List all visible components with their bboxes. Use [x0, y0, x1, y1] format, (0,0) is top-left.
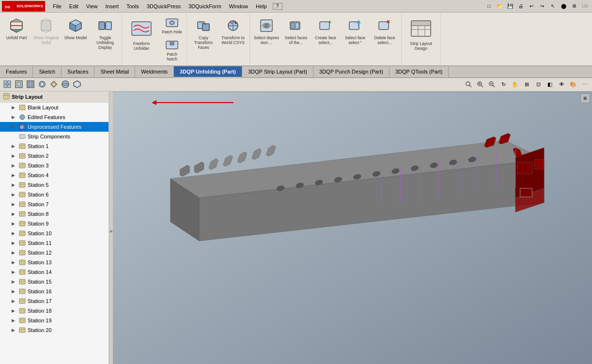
iconbar-btn-4[interactable] [37, 79, 47, 90]
tab-sketch[interactable]: Sketch [33, 66, 62, 77]
zoom-btn[interactable]: ⬤ [559, 1, 568, 11]
print-btn[interactable]: 🖨 [516, 1, 526, 11]
select-btn[interactable]: ↖ [548, 1, 558, 11]
select-depression-button[interactable]: Select depres sion ... [252, 15, 281, 53]
tree-item-station-11[interactable]: ▶ Station 11 [0, 238, 109, 248]
tree-item-station-16[interactable]: ▶ Station 16 [0, 287, 109, 296]
tree-item-station-15[interactable]: ▶ Station 15 [0, 277, 109, 287]
tree-item-station-1[interactable]: ▶ Station 1 [0, 141, 109, 151]
search-icon[interactable]: ? [273, 3, 282, 10]
save-btn[interactable]: 💾 [505, 1, 515, 11]
svg-rect-85 [19, 212, 25, 216]
tree-item-station-20[interactable]: ▶ Station 20 [0, 325, 109, 335]
iconbar-btn-1[interactable] [2, 79, 13, 90]
tree-item-station-7[interactable]: ▶ Station 7 [0, 199, 109, 209]
tab-weldments[interactable]: Weldments [135, 66, 174, 77]
open-btn[interactable]: 📂 [495, 1, 504, 11]
transform-to-world-button[interactable]: Transform to World CSYS [218, 15, 248, 53]
svg-rect-107 [19, 318, 25, 323]
appearance-btn[interactable]: 🎨 [568, 79, 578, 90]
iconbar-btn-2[interactable] [14, 79, 24, 90]
tab-3dqp-qtools[interactable]: 3DQP QTools (Part) [389, 66, 449, 77]
svg-rect-37 [8, 85, 11, 88]
zoom-in-btn[interactable] [475, 79, 485, 90]
unfold-part-button[interactable]: Unfold Part [2, 15, 31, 53]
tree-item-station-18[interactable]: ▶ Station 18 [0, 306, 109, 316]
menu-help[interactable]: Help [252, 2, 271, 10]
menu-3dquickform[interactable]: 3DQuickForm [185, 2, 225, 10]
menu-tools[interactable]: Tools [123, 2, 143, 10]
tree-item-station-14[interactable]: ▶ Station 14 [0, 267, 109, 277]
tree-item-station-4[interactable]: ▶ Station 4 [0, 170, 109, 180]
tree-item-station-17[interactable]: ▶ Station 17 [0, 296, 109, 306]
svg-rect-63 [19, 105, 25, 110]
freeform-unfolder-button[interactable]: Freeform Unfolder [124, 15, 159, 53]
menu-insert[interactable]: Insert [101, 2, 123, 10]
tree-item-station-19[interactable]: ▶ Station 19 [0, 316, 109, 325]
tree-item-station-13[interactable]: ▶ Station 13 [0, 258, 109, 267]
tab-3dqp-strip-layout[interactable]: 3DQP Strip Layout (Part) [242, 66, 313, 77]
patch-hole-button[interactable]: Patch Hole [159, 15, 185, 36]
tab-sheet-metal[interactable]: Sheet Metal [94, 66, 135, 77]
station-icon [18, 162, 26, 169]
display-style-btn[interactable]: ◧ [545, 79, 555, 90]
rotate-btn[interactable]: ↻ [498, 79, 509, 90]
redo-btn[interactable]: ↪ [537, 1, 547, 11]
new-btn[interactable]: □ [484, 1, 494, 11]
select-face-select-button[interactable]: Select face select " [341, 15, 370, 53]
hide-show-btn[interactable]: 👁 [556, 79, 567, 90]
options-btn[interactable]: ⚙ [569, 1, 579, 11]
toggle-unfolding-display-button[interactable]: Toggle Unfolding Display [91, 15, 120, 53]
expand-icon: ▶ [12, 299, 17, 303]
tree-item-station-2[interactable]: ▶ Station 2 [0, 151, 109, 161]
tree-item-blank-layout[interactable]: ▶ Blank Layout [0, 103, 109, 112]
select-faces-button[interactable]: Select faces of the... [281, 15, 311, 53]
station-icon [18, 229, 26, 237]
tab-3dqp-punch-design[interactable]: 3DQP Punch Design (Part) [313, 66, 389, 77]
tree-item-station-8[interactable]: ▶ Station 8 [0, 209, 109, 219]
zoom-out-btn[interactable] [486, 79, 497, 90]
station-15-label: Station 15 [28, 279, 52, 285]
menu-view[interactable]: View [82, 2, 102, 10]
tree-item-station-10[interactable]: ▶ Station 10 [0, 228, 109, 238]
tree-item-unprocessed-features[interactable]: ▶ U Unprocessed Features [0, 122, 109, 132]
copy-transform-faces-button[interactable]: Copy Transform Faces [189, 15, 218, 53]
unprocessed-features-label: Unprocessed Features [28, 124, 81, 130]
tree-item-station-5[interactable]: ▶ Station 5 [0, 180, 109, 190]
tree-item-station-9[interactable]: ▶ Station 9 [0, 219, 109, 228]
station-icon [18, 307, 26, 315]
tree-item-edited-features[interactable]: ▶ Edited Features [0, 112, 109, 122]
patch-notch-button[interactable]: Patch Notch [159, 37, 185, 63]
more-btn[interactable]: ⋯ [579, 79, 590, 90]
zoom-to-fit-btn[interactable] [463, 79, 474, 90]
undo-btn[interactable]: ↩ [527, 1, 536, 11]
show-original-solid-button[interactable]: Show Original Solid [31, 15, 61, 53]
tab-features[interactable]: Features [0, 66, 33, 77]
sidebar-header[interactable]: Strip Layout [0, 91, 109, 103]
menu-3dquickpress[interactable]: 3DQuickPress [143, 2, 185, 10]
vp-zoom-fit[interactable]: ⊞ [580, 93, 590, 103]
tree-item-station-12[interactable]: ▶ Station 12 [0, 248, 109, 258]
iconbar-btn-3[interactable] [25, 79, 36, 90]
delete-face-select-button[interactable]: × Delete face select... [370, 15, 399, 53]
tree-item-strip-components[interactable]: Strip Components [0, 132, 109, 141]
iconbar-btn-5[interactable] [48, 79, 59, 90]
iconbar-btn-6[interactable] [60, 79, 71, 90]
create-face-select-button[interactable]: + Create face select... [311, 15, 340, 53]
menu-edit[interactable]: Edit [65, 2, 82, 10]
viewport[interactable]: ⊞ [113, 91, 592, 364]
view-orientation-btn[interactable]: ⊞ [521, 79, 532, 90]
show-model-button[interactable]: Show Model [61, 15, 90, 53]
iconbar-btn-7[interactable] [72, 79, 82, 90]
tab-3dqp-unfolding[interactable]: 3DQP Unfolding (Part) [174, 66, 242, 77]
tree-item-station-3[interactable]: ▶ Station 3 [0, 161, 109, 170]
pan-btn[interactable]: ✋ [510, 79, 520, 90]
svg-rect-43 [28, 85, 30, 87]
menu-file[interactable]: File [49, 2, 65, 10]
section-view-btn[interactable]: ⊡ [533, 79, 544, 90]
sidebar-collapse-handle[interactable]: ▶ [109, 91, 113, 364]
strip-layout-design-button[interactable]: Strip Layout Design [404, 15, 438, 53]
tree-item-station-6[interactable]: ▶ Station 6 [0, 190, 109, 199]
tab-surfaces[interactable]: Surfaces [62, 66, 94, 77]
menu-window[interactable]: Window [225, 2, 252, 10]
